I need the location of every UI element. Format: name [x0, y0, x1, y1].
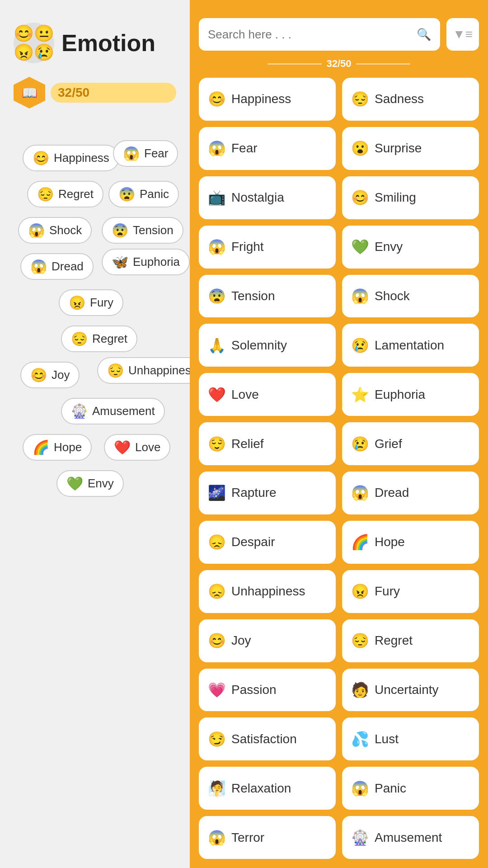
right-chip-unhappiness[interactable]: 😞Unhappiness [199, 570, 336, 613]
right-chip-happiness[interactable]: 😊Happiness [199, 78, 336, 121]
chip-label: Happiness [231, 92, 291, 106]
chip-label: Relief [231, 437, 264, 451]
search-input-wrap[interactable]: 🔍 [199, 18, 440, 51]
left-chip-fury[interactable]: 😠Fury [59, 289, 123, 316]
chip-emoji: 😱 [28, 222, 45, 238]
chip-label: Envy [88, 476, 114, 491]
chip-label: Fury [90, 296, 113, 310]
right-chip-joy[interactable]: 😊Joy [199, 619, 336, 662]
right-chip-despair[interactable]: 😞Despair [199, 521, 336, 564]
chip-emoji: 🌈 [351, 533, 369, 551]
right-chip-envy[interactable]: 💚Envy [342, 226, 479, 269]
chip-label: Hope [375, 535, 405, 549]
left-chip-dread[interactable]: 😱Dread [20, 253, 94, 280]
right-chip-dread[interactable]: 😱Dread [342, 472, 479, 514]
chip-label: Euphoria [375, 387, 425, 402]
right-chip-lamentation[interactable]: 😢Lamentation [342, 324, 479, 367]
chip-label: Regret [92, 332, 127, 346]
right-chip-fury[interactable]: 😠Fury [342, 570, 479, 613]
right-chip-fear[interactable]: 😱Fear [199, 127, 336, 170]
chip-emoji: 💚 [351, 238, 369, 255]
right-chip-smiling[interactable]: 😊Smiling [342, 176, 479, 219]
progress-icon: 📖 [14, 77, 45, 108]
left-chip-regret[interactable]: 😔Regret [27, 181, 103, 208]
left-chip-panic[interactable]: 😨Panic [108, 181, 179, 208]
chip-emoji: ❤️ [114, 439, 131, 455]
left-chip-shock[interactable]: 😱Shock [18, 217, 92, 244]
right-chip-amusement[interactable]: 🎡Amusement [342, 816, 479, 859]
left-chip-fear[interactable]: 😱Fear [113, 140, 178, 167]
chip-emoji: 😠 [69, 295, 85, 311]
left-chip-regret[interactable]: 😔Regret [61, 326, 137, 352]
chip-label: Fear [144, 146, 168, 160]
left-chip-joy[interactable]: 😊Joy [20, 362, 80, 388]
left-chip-tension[interactable]: 😨Tension [102, 217, 183, 244]
right-panel: 🔍 ▼≡ 32/50 😊Happiness😔Sadness😱Fear😮Surpr… [190, 0, 488, 868]
right-chip-solemnity[interactable]: 🙏Solemnity [199, 324, 336, 367]
chip-emoji: 🧑 [351, 681, 369, 698]
chip-label: Hope [54, 440, 82, 454]
right-chip-surprise[interactable]: 😮Surprise [342, 127, 479, 170]
chip-emoji: 😱 [208, 829, 226, 846]
chip-emoji: ⭐ [351, 386, 369, 403]
right-chip-relief[interactable]: 😌Relief [199, 422, 336, 465]
right-chip-lust[interactable]: 💦Lust [342, 717, 479, 760]
left-chip-amusement[interactable]: 🎡Amusement [61, 398, 165, 425]
chip-label: Relaxation [231, 781, 291, 796]
chip-emoji: 😱 [208, 140, 226, 157]
right-chip-relaxation[interactable]: 🧖Relaxation [199, 767, 336, 810]
chip-label: Happiness [54, 151, 109, 165]
right-chip-nostalgia[interactable]: 📺Nostalgia [199, 176, 336, 219]
right-chip-hope[interactable]: 🌈Hope [342, 521, 479, 564]
chip-emoji: 💗 [208, 681, 226, 698]
chip-label: Regret [375, 633, 413, 648]
right-chip-satisfaction[interactable]: 😏Satisfaction [199, 717, 336, 760]
chip-label: Dread [52, 259, 84, 274]
chip-emoji: 😱 [351, 484, 369, 501]
right-chip-love[interactable]: ❤️Love [199, 373, 336, 416]
chip-label: Rapture [231, 486, 277, 500]
chip-emoji: 😊 [351, 189, 369, 206]
chip-label: Panic [375, 781, 406, 796]
chip-label: Joy [231, 633, 251, 648]
right-chip-sadness[interactable]: 😔Sadness [342, 78, 479, 121]
chip-emoji: 😊 [30, 367, 47, 383]
left-chip-happiness[interactable]: 😊Happiness [23, 145, 119, 171]
search-input[interactable] [208, 28, 417, 42]
chip-label: Fury [375, 584, 400, 599]
chip-emoji: 😊 [208, 632, 226, 649]
right-chip-fright[interactable]: 😱Fright [199, 226, 336, 269]
chip-label: Lamentation [375, 338, 444, 353]
right-chip-shock[interactable]: 😱Shock [342, 275, 479, 318]
chip-emoji: 📺 [208, 189, 226, 206]
right-chip-uncertainty[interactable]: 🧑Uncertainty [342, 669, 479, 712]
filter-button[interactable]: ▼≡ [446, 18, 479, 51]
chip-label: Surprise [375, 141, 422, 156]
chip-emoji: 😢 [351, 435, 369, 453]
chip-emoji: 😨 [118, 186, 135, 202]
right-chip-rapture[interactable]: 🌌Rapture [199, 472, 336, 514]
right-chip-terror[interactable]: 😱Terror [199, 816, 336, 859]
left-chip-unhappiness[interactable]: 😔Unhappiness [97, 357, 190, 384]
left-chip-envy[interactable]: 💚Envy [56, 470, 124, 497]
chip-emoji: 🎡 [351, 829, 369, 846]
app-title: Emotion [61, 29, 155, 57]
chip-emoji: 😱 [123, 146, 140, 161]
progress-line-left [267, 63, 322, 65]
chip-label: Regret [58, 187, 94, 201]
chip-label: Grief [375, 437, 402, 451]
left-chip-hope[interactable]: 🌈Hope [23, 434, 92, 461]
left-chip-love[interactable]: ❤️Love [104, 434, 170, 461]
left-chip-euphoria[interactable]: 🦋Euphoria [102, 249, 190, 275]
right-chip-passion[interactable]: 💗Passion [199, 669, 336, 712]
chip-emoji: 😱 [208, 238, 226, 255]
chip-emoji: 😌 [208, 435, 226, 453]
right-chip-regret[interactable]: 😔Regret [342, 619, 479, 662]
right-chip-euphoria[interactable]: ⭐Euphoria [342, 373, 479, 416]
right-chip-grief[interactable]: 😢Grief [342, 422, 479, 465]
chip-emoji: 💚 [66, 476, 83, 491]
chip-emoji: 😔 [351, 90, 369, 108]
right-chip-panic[interactable]: 😱Panic [342, 767, 479, 810]
chip-emoji: 😔 [351, 632, 369, 649]
right-chip-tension[interactable]: 😨Tension [199, 275, 336, 318]
